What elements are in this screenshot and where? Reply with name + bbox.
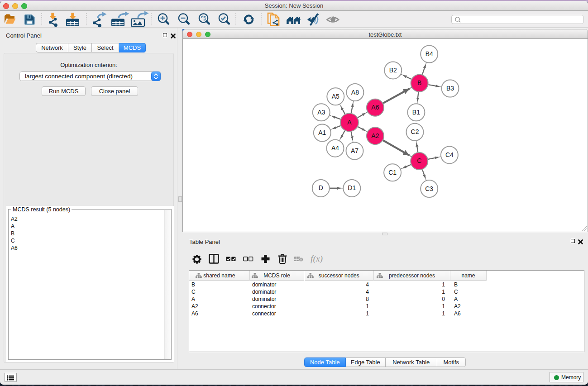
svg-text:B3: B3 (446, 85, 454, 92)
svg-text:A3: A3 (317, 109, 325, 116)
svg-text:A5: A5 (332, 93, 339, 100)
svg-text:A6: A6 (371, 104, 379, 111)
svg-text:A: A (347, 119, 352, 126)
svg-text:C: C (417, 157, 421, 164)
svg-text:A8: A8 (351, 89, 359, 96)
svg-text:D1: D1 (348, 184, 356, 191)
svg-text:C3: C3 (425, 185, 433, 192)
svg-text:B4: B4 (425, 50, 433, 57)
svg-text:D: D (319, 184, 323, 191)
svg-text:A7: A7 (351, 147, 359, 154)
svg-text:A4: A4 (331, 144, 339, 152)
svg-text:C2: C2 (411, 128, 419, 135)
svg-text:C1: C1 (388, 169, 397, 176)
svg-text:B1: B1 (412, 109, 420, 116)
svg-text:B: B (417, 79, 421, 86)
svg-text:A1: A1 (318, 129, 326, 136)
svg-text:A2: A2 (371, 132, 379, 139)
svg-text:B2: B2 (389, 67, 397, 74)
svg-text:C4: C4 (445, 151, 454, 158)
